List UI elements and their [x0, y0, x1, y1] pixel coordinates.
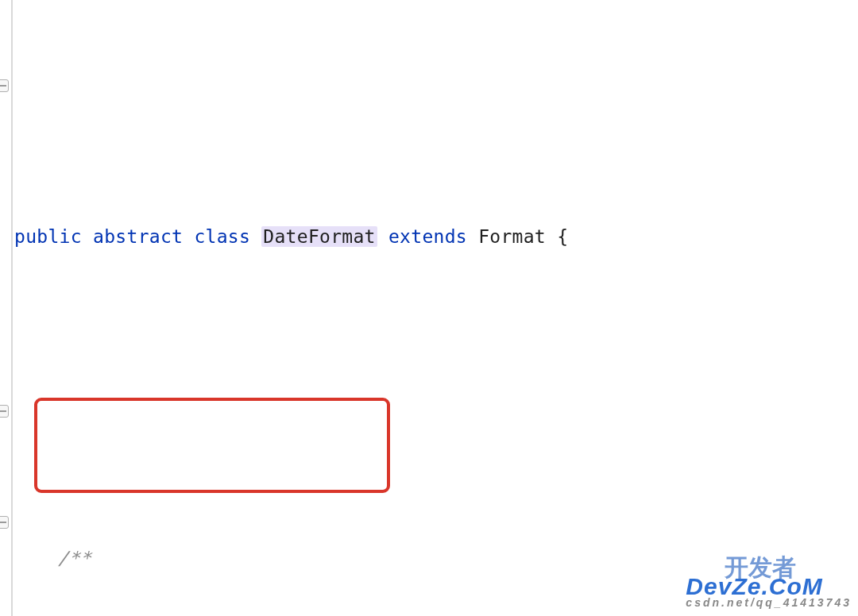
fold-handle-icon[interactable] [0, 516, 9, 529]
code-editor[interactable]: public abstract class DateFormat extends… [0, 0, 858, 616]
javadoc-open: /** [13, 541, 858, 576]
fold-handle-icon[interactable] [0, 79, 9, 92]
code-area[interactable]: public abstract class DateFormat extends… [13, 0, 858, 616]
fold-handle-icon[interactable] [0, 405, 9, 418]
class-name: DateFormat [261, 226, 377, 247]
class-declaration: public abstract class DateFormat extends… [13, 219, 858, 255]
gutter [0, 0, 13, 616]
annotation-box [34, 398, 390, 493]
